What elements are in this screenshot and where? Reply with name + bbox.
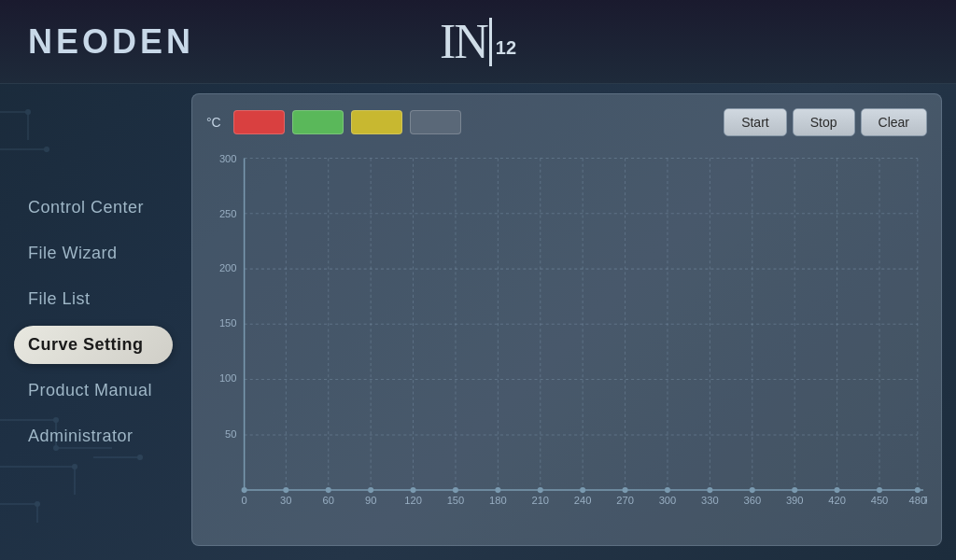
start-button[interactable]: Start [724, 108, 787, 136]
x-label-0: 0 [242, 495, 247, 506]
brand-name: NEODEN [28, 22, 194, 62]
app-header: NEODEN IN 12 [0, 0, 956, 84]
model-number: 12 [496, 37, 516, 59]
svg-point-82 [242, 487, 247, 493]
toolbar-buttons: Start Stop Clear [724, 108, 927, 136]
sidebar-item-control-center[interactable]: Control Center [14, 189, 173, 227]
x-label-210: 210 [531, 495, 549, 506]
x-label-240: 240 [574, 495, 592, 506]
swatch-gray[interactable] [410, 110, 461, 134]
x-label-420: 420 [828, 495, 846, 506]
x-label-360: 360 [743, 495, 761, 506]
swatch-red[interactable] [233, 110, 285, 134]
model-letters: IN [440, 18, 492, 66]
x-label-90: 90 [365, 495, 376, 506]
y-label-250: 250 [219, 208, 237, 219]
sidebar-item-file-wizard[interactable]: File Wizard [14, 234, 173, 273]
x-label-150: 150 [447, 495, 465, 506]
x-axis-label: Time/s [923, 495, 927, 506]
stop-button[interactable]: Stop [793, 108, 855, 136]
x-label-120: 120 [404, 495, 422, 506]
chart-area: 300 250 200 150 100 50 0 30 [206, 146, 927, 522]
sidebar-item-product-manual[interactable]: Product Manual [14, 371, 173, 410]
sidebar-item-curve-setting[interactable]: Curve Setting [14, 326, 173, 364]
y-label-300: 300 [219, 153, 237, 164]
main-content-area: °C Start Stop Clear 300 250 200 [191, 93, 942, 546]
sidebar-item-administrator[interactable]: Administrator [14, 417, 173, 455]
y-label-50: 50 [225, 428, 236, 440]
clear-button[interactable]: Clear [861, 108, 927, 136]
x-label-60: 60 [323, 495, 334, 506]
y-label-100: 100 [219, 372, 237, 384]
model-logo: IN 12 [440, 18, 516, 66]
y-label-200: 200 [219, 262, 237, 273]
swatch-yellow[interactable] [351, 110, 402, 134]
unit-label: °C [206, 115, 221, 130]
chart-svg: 300 250 200 150 100 50 0 30 [206, 146, 927, 522]
x-label-330: 330 [701, 495, 719, 506]
sidebar-item-file-list[interactable]: File List [14, 280, 173, 318]
x-label-300: 300 [659, 495, 677, 506]
sidebar: Control Center File Wizard File List Cur… [0, 84, 187, 560]
x-label-270: 270 [616, 495, 634, 506]
x-label-30: 30 [280, 495, 291, 506]
chart-toolbar: °C Start Stop Clear [206, 108, 927, 136]
x-label-390: 390 [786, 495, 804, 506]
x-label-450: 450 [871, 495, 889, 506]
y-label-150: 150 [219, 317, 237, 329]
x-label-180: 180 [489, 495, 507, 506]
swatch-green[interactable] [292, 110, 344, 134]
